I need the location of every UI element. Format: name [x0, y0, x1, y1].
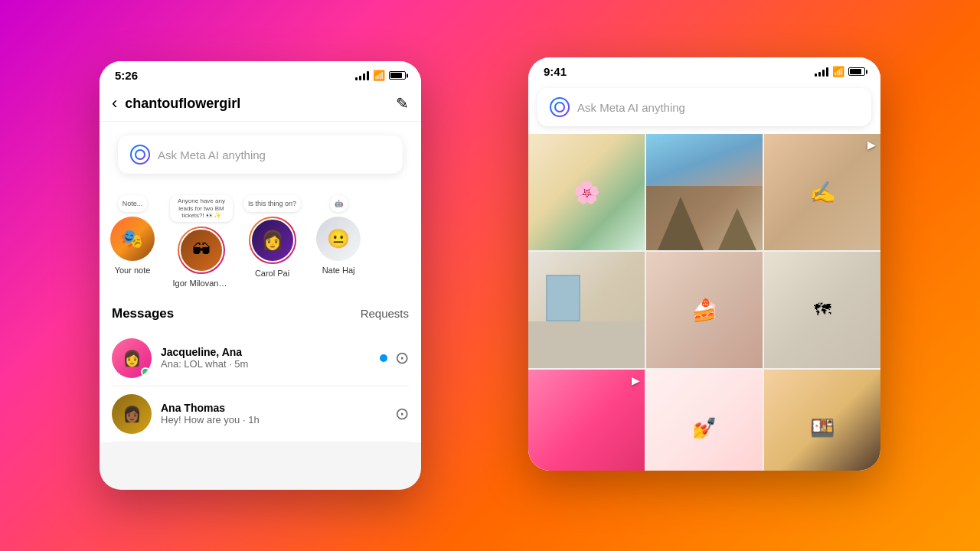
edit-icon[interactable]: ✎	[396, 94, 409, 112]
time-right: 9:41	[544, 65, 567, 78]
messages-title: Messages	[112, 306, 174, 321]
messages-header: Messages Requests	[112, 306, 409, 321]
grid-item-nails[interactable]: 💅	[646, 370, 763, 471]
status-bar-left: 5:26 📶	[100, 61, 421, 86]
story-item-nate[interactable]: 🤖 😐 Nate Haj	[312, 195, 365, 288]
dm-username: chantouflowergirl	[125, 96, 240, 112]
message-actions-jacqueline: ⊙	[380, 348, 409, 368]
camera-icon-ana[interactable]: ⊙	[395, 404, 409, 424]
meta-ai-bar-left[interactable]: Ask Meta AI anything	[118, 135, 403, 174]
story-avatar-nate: 😐	[316, 217, 361, 261]
wifi-icon-right: 📶	[832, 66, 844, 77]
dm-header-left: ‹ chantouflowergirl	[112, 93, 240, 113]
meta-ai-container-left: Ask Meta AI anything	[100, 122, 421, 187]
story-name-your-note: Your note	[115, 266, 151, 275]
messages-section: Messages Requests 👩 Jacqueline, Ana Ana:…	[100, 295, 421, 442]
grid-item-cake[interactable]: 🍰	[646, 252, 763, 368]
grid-item-map[interactable]: 🗺	[764, 252, 880, 368]
reel-icon-hands: ▶	[867, 139, 876, 151]
stories-row: Note... 🎭 Your note Anyone have any lead…	[100, 187, 421, 295]
signal-icon-right	[815, 67, 828, 77]
story-item-your-note[interactable]: Note... 🎭 Your note	[106, 195, 159, 288]
left-phone: 5:26 📶 ‹ chantouflowergirl ✎ Ask Meta AI…	[100, 61, 421, 490]
message-info-ana: Ana Thomas Hey! How are you · 1h	[161, 402, 386, 425]
story-ring-igor: 🕶	[178, 227, 225, 274]
meta-ai-placeholder-left: Ask Meta AI anything	[158, 148, 266, 161]
right-phone: 9:41 📶 Ask Meta AI anything 🌸	[528, 57, 880, 471]
signal-icon-left	[355, 71, 369, 80]
grid-item-flowers[interactable]: 🌸	[528, 134, 645, 250]
message-avatar-jacqueline: 👩	[112, 338, 152, 378]
grid-item-hands[interactable]: ✍️ ▶	[764, 134, 880, 250]
story-name-nate: Nate Haj	[322, 266, 355, 275]
online-dot-jacqueline	[141, 367, 150, 377]
story-item-igor[interactable]: Anyone have any leads for two BM tickets…	[170, 195, 233, 288]
message-preview-ana: Hey! How are you · 1h	[161, 414, 386, 425]
battery-icon-left	[389, 71, 406, 80]
grid-item-room[interactable]	[528, 252, 645, 368]
story-avatar-your-note: 🎭	[110, 217, 155, 261]
unread-dot-jacqueline	[380, 354, 387, 362]
dm-header: ‹ chantouflowergirl ✎	[100, 86, 421, 122]
message-sender-ana: Ana Thomas	[161, 402, 386, 414]
message-info-jacqueline: Jacqueline, Ana Ana: LOL what · 5m	[161, 346, 371, 370]
grid-item-mountains[interactable]	[646, 134, 763, 250]
story-name-carol: Carol Pai	[255, 269, 289, 278]
message-avatar-ana: 👩🏾	[112, 394, 152, 434]
requests-link[interactable]: Requests	[361, 307, 409, 320]
meta-ai-container-right: Ask Meta AI anything	[528, 82, 880, 134]
battery-icon-right	[848, 67, 865, 76]
time-left: 5:26	[115, 69, 138, 82]
status-icons-left: 📶	[355, 70, 406, 81]
back-button[interactable]: ‹	[112, 93, 117, 113]
meta-ai-bar-right[interactable]: Ask Meta AI anything	[537, 88, 871, 126]
wifi-icon-left: 📶	[373, 70, 385, 81]
story-note-igor: Anyone have any leads for two BM tickets…	[170, 195, 233, 222]
story-note-nate: 🤖	[330, 195, 348, 212]
message-item-jacqueline[interactable]: 👩 Jacqueline, Ana Ana: LOL what · 5m ⊙	[112, 331, 409, 386]
status-icons-right: 📶	[815, 66, 865, 77]
story-note-your-note: Note...	[118, 195, 148, 212]
grid-item-food[interactable]: 🍱	[764, 370, 880, 471]
story-note-carol: Is this thing on?	[243, 195, 301, 212]
message-actions-ana: ⊙	[395, 404, 409, 424]
photo-grid: 🌸 ✍️ ▶ 🍰	[528, 134, 880, 471]
story-ring-carol: 👩	[249, 217, 296, 264]
grid-item-pink[interactable]: ▶	[528, 370, 645, 471]
meta-ai-logo-left	[130, 145, 150, 165]
message-item-ana-thomas[interactable]: 👩🏾 Ana Thomas Hey! How are you · 1h ⊙	[112, 386, 409, 442]
status-bar-right: 9:41 📶	[528, 57, 880, 82]
meta-ai-logo-right	[550, 97, 570, 117]
meta-ai-placeholder-right: Ask Meta AI anything	[577, 101, 685, 114]
story-name-igor: Igor Milovanov...	[173, 279, 230, 288]
reel-icon-pink: ▶	[632, 374, 640, 386]
message-preview-jacqueline: Ana: LOL what · 5m	[161, 358, 371, 370]
message-sender-jacqueline: Jacqueline, Ana	[161, 346, 371, 358]
story-item-carol[interactable]: Is this thing on? 👩 Carol Pai	[243, 195, 301, 288]
camera-icon-jacqueline[interactable]: ⊙	[395, 348, 409, 368]
